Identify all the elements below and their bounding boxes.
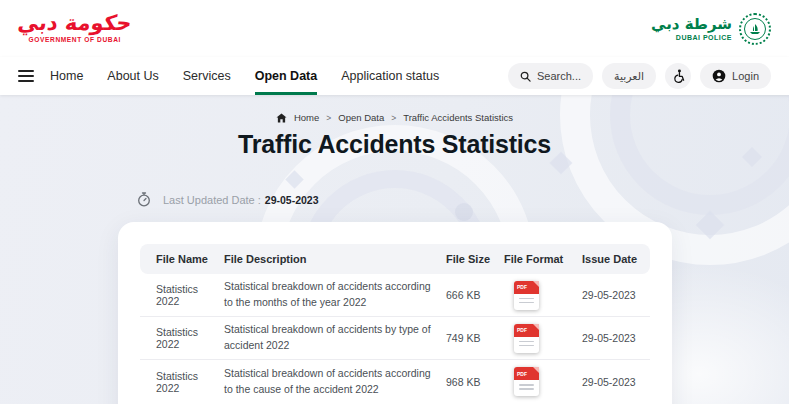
hamburger-menu-icon[interactable] — [18, 57, 34, 95]
language-toggle[interactable]: العربية — [602, 63, 656, 89]
government-of-dubai-logo[interactable]: حكومة دبي GOVERNMENT OF DUBAI — [18, 13, 131, 44]
file-description: Statistical breakdown of accidents by ty… — [224, 322, 446, 354]
breadcrumb-current: Traffic Accidents Statistics — [403, 112, 513, 123]
table-row: Statistics 2022 Statistical breakdown of… — [140, 360, 650, 403]
column-file-size: File Size — [446, 253, 504, 265]
nav-right-controls: Search... العربية Login — [508, 57, 771, 95]
main-nav: Home About Us Services Open Data Applica… — [0, 57, 789, 95]
nav-items: Home About Us Services Open Data Applica… — [50, 57, 439, 95]
nav-item-services[interactable]: Services — [183, 57, 231, 95]
search-label: Search... — [537, 70, 581, 82]
pdf-file-icon[interactable]: PDF — [514, 367, 539, 396]
police-badge-icon — [739, 13, 771, 45]
nav-item-application-status[interactable]: Application status — [341, 57, 439, 95]
file-description: Statistical breakdown of accidents accor… — [224, 366, 446, 398]
login-label: Login — [732, 70, 759, 82]
file-format-cell: PDF — [504, 367, 582, 396]
file-format-cell: PDF — [504, 281, 582, 310]
dhow-boat-icon — [748, 23, 762, 35]
search-button[interactable]: Search... — [508, 63, 593, 89]
decorative-diamond — [285, 170, 303, 188]
decorative-diamond — [696, 211, 724, 239]
police-logo-english: DUBAI POLICE — [676, 34, 732, 41]
gov-logo-english: GOVERNMENT OF DUBAI — [29, 37, 121, 44]
pdf-fold-corner — [533, 367, 539, 373]
breadcrumb-separator: > — [326, 113, 331, 123]
column-issue-date: Issue Date — [582, 253, 662, 265]
pdf-fold-corner — [533, 324, 539, 330]
column-file-description: File Description — [224, 254, 446, 265]
pdf-fold-corner — [533, 281, 539, 287]
dubai-police-logo[interactable]: شرطة دبي DUBAI POLICE — [651, 13, 771, 45]
decorative-dot — [455, 203, 473, 221]
breadcrumb-open-data[interactable]: Open Data — [338, 112, 384, 123]
nav-item-home[interactable]: Home — [50, 57, 83, 95]
accessibility-icon — [672, 69, 685, 83]
login-button[interactable]: Login — [700, 63, 771, 89]
column-file-format: File Format — [504, 253, 582, 265]
user-icon — [712, 69, 726, 83]
last-updated: Last Updated Date : 29-05-2023 — [137, 192, 319, 207]
breadcrumb-separator: > — [391, 113, 396, 123]
pdf-file-icon[interactable]: PDF — [514, 281, 539, 310]
file-description: Statistical breakdown of accidents accor… — [224, 279, 446, 311]
breadcrumb-home[interactable]: Home — [294, 112, 319, 123]
issue-date: 29-05-2023 — [582, 332, 662, 344]
content-area: Home > Open Data > Traffic Accidents Sta… — [0, 95, 789, 404]
file-size: 666 KB — [446, 289, 504, 301]
nav-item-about-us[interactable]: About Us — [107, 57, 158, 95]
last-updated-value: 29-05-2023 — [265, 194, 319, 206]
file-format-cell: PDF — [504, 324, 582, 353]
accessibility-button[interactable] — [665, 63, 691, 89]
file-size: 968 KB — [446, 376, 504, 388]
nav-item-open-data[interactable]: Open Data — [255, 57, 318, 95]
table-row: Statistics 2022 Statistical breakdown of… — [140, 274, 650, 317]
last-updated-label: Last Updated Date : — [163, 194, 261, 206]
file-size: 749 KB — [446, 332, 504, 344]
home-icon[interactable] — [276, 113, 287, 123]
top-header: حكومة دبي GOVERNMENT OF DUBAI شرطة دبي D… — [0, 0, 789, 57]
file-name: Statistics 2022 — [140, 283, 224, 307]
column-file-name: File Name — [140, 253, 224, 265]
issue-date: 29-05-2023 — [582, 376, 662, 388]
table-header: File Name File Description File Size Fil… — [140, 244, 650, 274]
file-name: Statistics 2022 — [140, 326, 224, 350]
files-table-card: File Name File Description File Size Fil… — [118, 222, 672, 404]
gov-logo-arabic: حكومة دبي — [17, 13, 133, 34]
language-label: العربية — [614, 70, 644, 83]
stopwatch-icon — [137, 192, 151, 207]
page: حكومة دبي GOVERNMENT OF DUBAI شرطة دبي D… — [0, 0, 789, 404]
page-title: Traffic Accidents Statistics — [0, 130, 789, 159]
table-row: Statistics 2022 Statistical breakdown of… — [140, 317, 650, 360]
file-name: Statistics 2022 — [140, 370, 224, 394]
issue-date: 29-05-2023 — [582, 289, 662, 301]
pdf-file-icon[interactable]: PDF — [514, 324, 539, 353]
police-logo-arabic: شرطة دبي — [651, 17, 732, 32]
search-icon — [520, 71, 531, 82]
breadcrumb: Home > Open Data > Traffic Accidents Sta… — [0, 95, 789, 123]
